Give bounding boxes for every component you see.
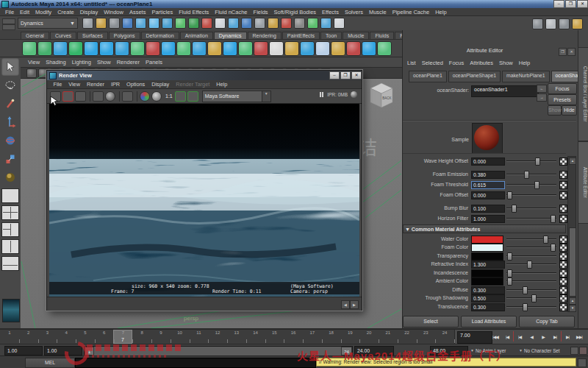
attr-slider-foam-offset[interactable] — [506, 191, 556, 198]
status-line-icon-14[interactable] — [268, 18, 279, 29]
slider-handle[interactable] — [512, 205, 517, 213]
shelf-icon-3[interactable] — [68, 41, 83, 56]
command-result-warning[interactable]: // Warning: Render view: Selected region… — [316, 358, 576, 367]
go-to-start-button[interactable]: |◀◀ — [490, 334, 501, 339]
attr-swatch-foam-color[interactable] — [471, 244, 503, 252]
slider-handle[interactable] — [523, 286, 528, 294]
single-pane-layout-button[interactable] — [1, 188, 19, 203]
attr-slider-transparency[interactable] — [506, 252, 556, 259]
slider-handle[interactable] — [524, 171, 529, 179]
attr-field-foam-emission[interactable]: 0.380 — [471, 171, 505, 179]
shelf-tab-animation[interactable]: Animation — [180, 32, 213, 39]
shelf-tab-polygons[interactable]: Polygons — [109, 32, 140, 39]
range-start-handle[interactable]: 1 — [85, 347, 94, 355]
ae-menu-help[interactable]: Help — [516, 60, 533, 66]
ae-tab-makenurbplane1[interactable]: makeNurbPlane1 — [502, 71, 550, 82]
attr-map-button-refractive-index[interactable] — [559, 261, 567, 269]
menu-edit[interactable]: Edit — [17, 9, 32, 15]
attr-swatch-ambient-color[interactable] — [471, 277, 503, 286]
menu-soft-rigid-bodies[interactable]: Soft/Rigid Bodies — [271, 9, 320, 15]
scroll-right-icon[interactable]: ▶ — [350, 300, 359, 309]
shelf-tab-curves[interactable]: Curves — [50, 32, 76, 39]
shelf-icon-18[interactable] — [300, 41, 315, 56]
ae-tab-oceanplaneshape1[interactable]: oceanPlaneShape1 — [448, 71, 501, 82]
swap-output-icon[interactable]: → — [537, 93, 547, 102]
script-editor-icon[interactable] — [578, 358, 587, 367]
ae-menu-show[interactable]: Show — [496, 60, 516, 66]
focus-button[interactable]: Focus — [548, 83, 577, 94]
redo-render-icon[interactable] — [105, 91, 115, 102]
tab-attribute-editor[interactable]: Attribute Editor — [578, 141, 588, 224]
render-view-titlebar[interactable]: Render View – ❐ ✕ — [47, 71, 362, 80]
rv-maximize-button[interactable]: ❐ — [340, 71, 351, 79]
shelf-tab-deformation[interactable]: Deformation — [141, 32, 179, 39]
attr-map-button-foam-threshold[interactable] — [559, 181, 567, 189]
shelf-tab-toon[interactable]: Toon — [320, 32, 342, 39]
shelf-tab-fluids[interactable]: Fluids — [370, 32, 394, 39]
shelf-icon-7[interactable] — [130, 41, 145, 56]
status-line-icon-16[interactable] — [294, 18, 305, 29]
attr-swatch-incandescence[interactable] — [471, 269, 503, 277]
range-end-handle[interactable]: 24 — [341, 347, 352, 355]
ae-footer-button-select[interactable]: Select — [403, 316, 459, 328]
attr-field-trough-shadowing[interactable]: 0.500 — [471, 294, 505, 302]
slider-handle[interactable] — [551, 244, 556, 252]
ae-menu-selected[interactable]: Selected — [419, 60, 446, 66]
menu-fields[interactable]: Fields — [251, 9, 271, 15]
shelf-icon-0[interactable] — [22, 41, 37, 56]
attr-field-horizon-filter[interactable]: 1.000 — [471, 215, 505, 223]
shelf-icon-10[interactable] — [176, 41, 191, 56]
shelf-icon-9[interactable] — [161, 41, 176, 56]
rv-menu-options[interactable]: Options — [123, 81, 148, 88]
shelf-tab-general[interactable]: General — [21, 32, 49, 39]
shelf-icon-14[interactable] — [238, 41, 253, 56]
shelf-icon-13[interactable] — [223, 41, 237, 56]
shelf-icon-22[interactable] — [362, 41, 376, 56]
status-line-icon-5[interactable] — [148, 18, 159, 29]
status-line-icon-11[interactable] — [228, 18, 239, 29]
menu-assets[interactable]: Assets — [126, 9, 149, 15]
slider-handle[interactable] — [535, 158, 540, 166]
shelf-icon-15[interactable] — [254, 41, 268, 56]
paint-select-tool[interactable] — [1, 95, 19, 113]
status-line-icon-1[interactable] — [96, 18, 107, 29]
status-line-icon-18[interactable] — [320, 18, 331, 29]
menu-fluid-ncache[interactable]: Fluid nCache — [212, 9, 250, 15]
rgb-channels-icon[interactable] — [140, 91, 150, 102]
menu-file[interactable]: File — [2, 9, 17, 15]
playback-end-field[interactable]: 24.00 — [354, 346, 394, 355]
shelf-icon-5[interactable] — [99, 41, 114, 56]
attr-map-button-foam-color[interactable] — [559, 244, 567, 252]
status-line-icon-8[interactable] — [188, 18, 199, 29]
rv-menu-view[interactable]: View — [65, 81, 84, 88]
rv-menu-render-target[interactable]: Render Target — [173, 81, 213, 88]
render-region-icon[interactable] — [50, 91, 61, 102]
attr-slider-bump-blur[interactable] — [506, 205, 556, 211]
presets-button[interactable]: Presets — [548, 94, 577, 105]
slider-handle[interactable] — [551, 215, 556, 223]
tab-channel-box-layer-editor[interactable]: Channel Box / Layer Editor — [578, 47, 588, 141]
shelf-tab-dynamics[interactable]: Dynamics — [214, 32, 247, 39]
attr-map-button-foam-emission[interactable] — [559, 171, 567, 179]
go-to-end-button[interactable]: ▶▶| — [573, 334, 585, 339]
lasso-tool[interactable] — [1, 77, 19, 94]
command-input[interactable] — [75, 358, 316, 368]
attr-field-wave-height-offset[interactable]: 0.000 — [471, 158, 505, 166]
range-slider[interactable]: 1 24 — [84, 346, 353, 356]
attr-map-button-translucence[interactable] — [559, 303, 567, 311]
close-button[interactable]: ✕ — [577, 0, 588, 8]
attr-map-button-transparency[interactable] — [559, 252, 567, 261]
attr-slider-foam-threshold[interactable] — [506, 181, 556, 188]
attr-field-foam-offset[interactable]: 0.000 — [471, 191, 505, 199]
shelf-icon-4[interactable] — [84, 41, 98, 56]
play-backwards-button[interactable]: ◀ — [526, 334, 537, 339]
attr-map-button-bump-blur[interactable] — [559, 205, 567, 213]
node-name-field[interactable]: oceanShader1 — [471, 85, 539, 97]
slider-handle[interactable] — [543, 236, 548, 244]
attr-slider-translucence[interactable] — [506, 303, 556, 310]
shelf-icon-21[interactable] — [346, 41, 361, 56]
keep-image-icon[interactable] — [175, 91, 186, 102]
slider-handle[interactable] — [507, 269, 512, 277]
layout-thumbnail-button[interactable] — [2, 299, 20, 322]
one-to-one-zoom-button[interactable]: 1:1 — [165, 93, 173, 99]
